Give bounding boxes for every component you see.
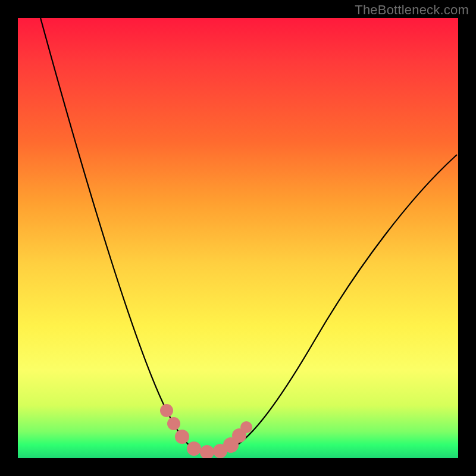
bottleneck-curve-svg [18,18,458,458]
svg-point-0 [160,404,173,417]
svg-point-8 [240,421,252,433]
chart-frame: TheBottleneck.com [0,0,476,476]
svg-point-3 [187,441,201,456]
highlight-dots [160,404,252,458]
bottleneck-curve [40,18,457,453]
svg-point-4 [200,445,214,458]
svg-point-2 [175,430,189,444]
watermark-text: TheBottleneck.com [355,2,469,18]
svg-point-1 [167,417,180,430]
plot-area [18,18,458,458]
